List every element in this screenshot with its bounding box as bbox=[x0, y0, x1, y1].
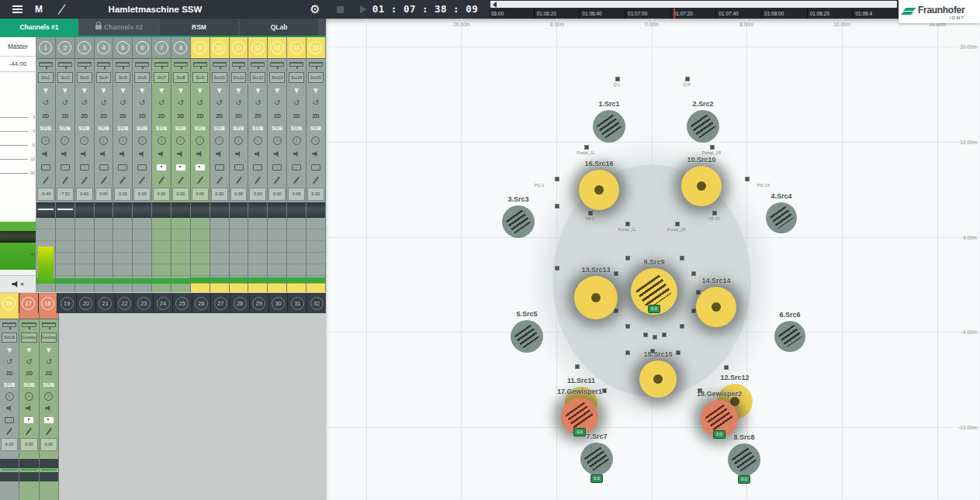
tab-rsm[interactable]: RSM bbox=[160, 19, 238, 36]
timeline-label[interactable]: 01:08:4 bbox=[853, 9, 899, 19]
rotate-icon[interactable]: ↺ bbox=[19, 356, 38, 367]
fader-rail[interactable] bbox=[95, 202, 113, 218]
sub-badge[interactable]: SUB bbox=[133, 122, 151, 134]
channel-strip-13[interactable]: 13Src13▼↺2DSUBi0.00 bbox=[268, 37, 287, 292]
source-13.Src13[interactable] bbox=[574, 276, 618, 319]
pan-mini-fader[interactable] bbox=[248, 59, 267, 71]
rotate-icon[interactable]: ↺ bbox=[75, 96, 94, 109]
solo-box-icon[interactable] bbox=[0, 414, 19, 426]
speaker-marker[interactable] bbox=[691, 271, 696, 276]
speaker-marker[interactable] bbox=[625, 222, 630, 226]
speaker-icon[interactable] bbox=[306, 147, 325, 160]
funnel-icon[interactable]: ▼ bbox=[56, 84, 74, 96]
sub-badge[interactable]: SUB bbox=[152, 122, 171, 134]
funnel-icon[interactable]: ▼ bbox=[191, 84, 210, 96]
info-icon[interactable]: i bbox=[152, 134, 171, 147]
channel-strip-3[interactable]: 3Src3▼↺2DSUBi0.40 bbox=[75, 37, 95, 292]
funnel-icon[interactable]: ▼ bbox=[210, 84, 229, 96]
edit-pencil-icon[interactable] bbox=[40, 426, 58, 437]
rotate-icon[interactable]: ↺ bbox=[0, 356, 19, 367]
master-fader-handle[interactable] bbox=[0, 231, 36, 243]
info-icon[interactable]: i bbox=[210, 134, 229, 147]
channel-value[interactable]: 0.00 bbox=[114, 188, 131, 201]
source-1.Src1[interactable] bbox=[593, 110, 625, 143]
channel-header-15[interactable]: 15 bbox=[306, 37, 325, 59]
channel-header-18[interactable]: 18 bbox=[39, 293, 58, 313]
info-icon[interactable]: i bbox=[171, 134, 190, 147]
speaker-marker[interactable] bbox=[625, 324, 630, 329]
pan-mini-fader[interactable] bbox=[36, 59, 55, 71]
mode-2d-label[interactable]: 2D bbox=[230, 109, 248, 122]
channel-strip-14[interactable]: 14Src14▼↺2DSUBi0.00 bbox=[287, 37, 306, 292]
funnel-icon[interactable]: ▼ bbox=[0, 344, 19, 356]
channel-header-24[interactable]: 24 bbox=[154, 293, 173, 313]
speaker-marker[interactable] bbox=[680, 324, 684, 329]
save-icon[interactable]: M bbox=[29, 0, 48, 19]
speaker-marker[interactable] bbox=[675, 222, 680, 226]
speaker-icon[interactable] bbox=[75, 147, 94, 160]
info-icon[interactable]: i bbox=[113, 134, 132, 147]
mode-2d-label[interactable]: 2D bbox=[287, 109, 306, 122]
speaker-icon[interactable] bbox=[95, 147, 113, 160]
funnel-icon[interactable]: ▼ bbox=[95, 84, 113, 96]
solo-box-icon[interactable] bbox=[152, 160, 171, 174]
source-8.Src8[interactable] bbox=[728, 443, 760, 476]
solo-box-icon[interactable] bbox=[19, 414, 38, 426]
mode-2d-label[interactable]: 2D bbox=[36, 109, 55, 122]
sub-badge[interactable]: SUB bbox=[95, 122, 113, 134]
timeline-label[interactable]: 06:00 bbox=[489, 9, 535, 19]
master-mute-button[interactable]: × bbox=[0, 275, 36, 292]
solo-box-icon[interactable] bbox=[287, 160, 306, 174]
funnel-icon[interactable]: ▼ bbox=[19, 344, 38, 356]
source-4.Src4[interactable] bbox=[766, 202, 797, 233]
mode-2d-label[interactable]: 2D bbox=[75, 109, 94, 122]
pan-mini-fader[interactable] bbox=[306, 59, 325, 71]
sub-badge[interactable]: SUB bbox=[36, 122, 55, 134]
pan-mini-fader[interactable] bbox=[191, 59, 210, 71]
channel-value[interactable]: 0.00 bbox=[20, 438, 37, 451]
timeline-scrollbar[interactable] bbox=[490, 1, 897, 8]
pan-mini-fader[interactable] bbox=[19, 319, 38, 332]
channel-header-11[interactable]: 11 bbox=[230, 37, 248, 59]
mode-2d-label[interactable]: 2D bbox=[40, 367, 58, 379]
speaker-icon[interactable] bbox=[36, 147, 55, 160]
fader-rail[interactable] bbox=[287, 202, 306, 218]
sub-badge[interactable]: SUB bbox=[248, 122, 267, 134]
speaker-icon[interactable] bbox=[210, 147, 229, 160]
channel-strip-18[interactable]: Gewisper2▼↺2DSUBi0.00 bbox=[40, 313, 59, 500]
source-3.Src3[interactable] bbox=[502, 205, 535, 238]
mode-2d-label[interactable]: 2D bbox=[152, 109, 171, 122]
channel-value[interactable]: 0.00 bbox=[40, 438, 57, 451]
channel-header-16[interactable]: 16 bbox=[0, 293, 19, 313]
edit-pencil-icon[interactable] bbox=[230, 174, 248, 187]
speaker-icon[interactable] bbox=[0, 402, 19, 414]
timeline-label[interactable]: 01:06:20 bbox=[535, 9, 580, 19]
channel-strip-1[interactable]: 1Src1▼↺2DSUBi-0.40 bbox=[36, 37, 56, 292]
speaker-marker[interactable] bbox=[588, 211, 593, 216]
channel-strip-12[interactable]: 12Src12▼↺2DSUBi0.00 bbox=[248, 37, 268, 292]
mode-2d-label[interactable]: 2D bbox=[95, 109, 113, 122]
channel-header-31[interactable]: 31 bbox=[288, 293, 307, 313]
mode-2d-label[interactable]: 2D bbox=[210, 109, 229, 122]
channel-header-1[interactable]: 1 bbox=[36, 37, 55, 59]
channel-value[interactable]: 0.00 bbox=[133, 188, 151, 201]
channel-header-8[interactable]: 8 bbox=[171, 37, 190, 59]
solo-box-icon[interactable] bbox=[75, 160, 94, 174]
channel-strip-5[interactable]: 5Src5▼↺2DSUBi0.00 bbox=[113, 37, 133, 292]
fader-rail[interactable] bbox=[210, 202, 229, 218]
channel-header-17[interactable]: 17 bbox=[19, 293, 39, 313]
timeline-label[interactable]: 01:08:20 bbox=[808, 9, 854, 19]
edit-pencil-icon[interactable] bbox=[95, 174, 113, 187]
channel-header-26[interactable]: 26 bbox=[192, 293, 212, 313]
channel-strip-6[interactable]: 6Src6▼↺2DSUBi0.00 bbox=[133, 37, 152, 292]
sub-badge[interactable]: SUB bbox=[210, 122, 229, 134]
speaker-icon[interactable] bbox=[287, 147, 306, 160]
channel-header-9[interactable]: 9 bbox=[191, 37, 210, 59]
channel-header-21[interactable]: 21 bbox=[96, 293, 116, 313]
info-icon[interactable]: i bbox=[0, 391, 19, 402]
edit-pencil-icon[interactable] bbox=[133, 174, 151, 187]
info-icon[interactable]: i bbox=[230, 134, 248, 147]
info-icon[interactable]: i bbox=[36, 134, 55, 147]
info-icon[interactable]: i bbox=[95, 134, 113, 147]
solo-box-icon[interactable] bbox=[268, 160, 286, 174]
